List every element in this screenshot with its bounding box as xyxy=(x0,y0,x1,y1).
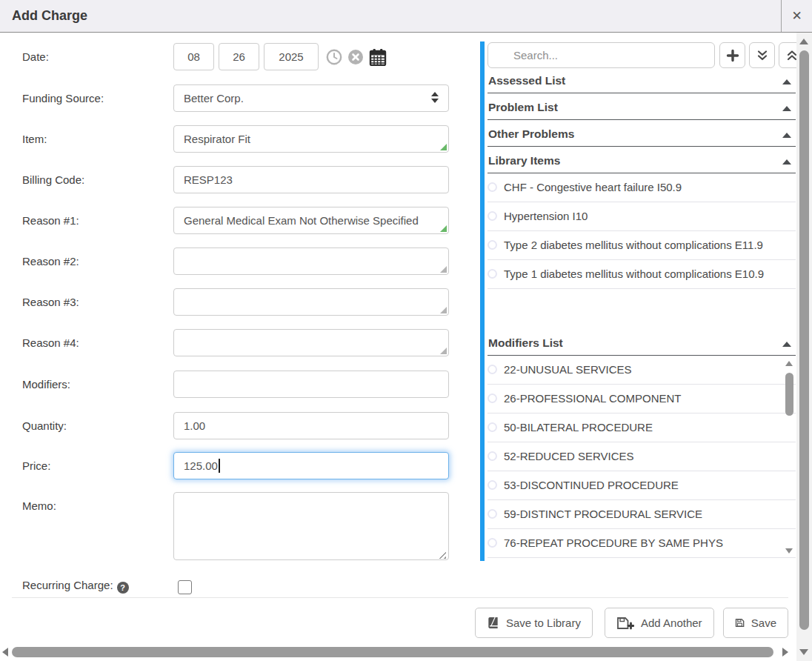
list-item[interactable]: 76-REPEAT PROCEDURE BY SAME PHYS xyxy=(487,529,796,558)
clear-icon[interactable] xyxy=(347,49,364,65)
funding-source-value: Better Corp. xyxy=(184,85,244,111)
collapse-arrow-icon[interactable] xyxy=(782,159,791,165)
quantity-input[interactable] xyxy=(173,412,449,439)
collapse-all-button[interactable] xyxy=(749,42,775,68)
add-item-button[interactable] xyxy=(719,42,745,68)
list-item[interactable]: Hypertension I10 xyxy=(487,202,796,231)
circle-bullet-icon xyxy=(487,422,497,432)
scroll-left-icon[interactable] xyxy=(2,648,8,657)
list-item[interactable]: 52-REDUCED SERVICES xyxy=(487,442,796,471)
reason3-input[interactable] xyxy=(173,288,449,316)
text-caret xyxy=(219,459,220,473)
close-icon: ✕ xyxy=(791,10,802,22)
help-icon[interactable]: ? xyxy=(117,582,129,594)
funding-source-select[interactable]: Better Corp. xyxy=(173,84,449,112)
section-library-items[interactable]: Library Items xyxy=(487,153,796,173)
clock-icon[interactable] xyxy=(326,49,342,65)
price-input[interactable] xyxy=(173,452,449,479)
collapse-arrow-icon[interactable] xyxy=(782,79,791,84)
resize-grip-icon[interactable] xyxy=(440,144,447,150)
modifiers-scrollbar[interactable] xyxy=(784,358,795,557)
date-month-input[interactable] xyxy=(173,43,214,70)
save-button[interactable]: Save xyxy=(723,608,788,638)
date-day-input[interactable] xyxy=(219,43,259,70)
billing-code-input[interactable] xyxy=(173,166,449,193)
list-item[interactable]: CHF - Congestive heart failure I50.9 xyxy=(487,173,796,202)
reason2-label: Reason #2: xyxy=(22,248,79,275)
calendar-icon[interactable] xyxy=(369,48,387,66)
recurring-label: Recurring Charge:? xyxy=(22,574,129,597)
circle-bullet-icon xyxy=(487,480,497,490)
collapse-arrow-icon[interactable] xyxy=(782,133,791,138)
collapse-arrow-icon[interactable] xyxy=(782,106,791,111)
circle-bullet-icon xyxy=(487,451,497,461)
collapse-arrow-icon[interactable] xyxy=(782,342,791,347)
section-other-problems[interactable]: Other Problems xyxy=(487,126,796,147)
item-input[interactable]: Respirator Fit xyxy=(173,125,449,153)
memo-input[interactable] xyxy=(173,492,449,560)
list-item[interactable]: 53-DISCONTINUED PROCEDURE xyxy=(487,471,796,500)
memo-label: Memo: xyxy=(22,492,56,519)
resize-grip-icon[interactable] xyxy=(440,225,447,232)
scroll-right-icon[interactable] xyxy=(782,648,788,657)
book-icon xyxy=(487,617,499,629)
list-item[interactable]: 26-PROFESSIONAL COMPONENT xyxy=(487,385,796,413)
page-title: Add Charge xyxy=(12,0,87,32)
panel-accent-bar xyxy=(480,41,485,561)
reason1-label: Reason #1: xyxy=(22,207,79,234)
scrollbar-thumb[interactable] xyxy=(785,373,793,416)
reason4-input[interactable] xyxy=(173,329,449,356)
save-icon xyxy=(735,617,745,629)
close-button[interactable]: ✕ xyxy=(781,0,812,32)
reason3-label: Reason #3: xyxy=(22,288,79,316)
scroll-down-icon[interactable] xyxy=(785,548,793,554)
vertical-scrollbar[interactable] xyxy=(796,33,812,661)
funding-source-label: Funding Source: xyxy=(22,84,104,112)
add-another-button[interactable]: Add Another xyxy=(605,608,714,638)
resize-grip-icon[interactable] xyxy=(440,307,447,313)
resize-grip-icon[interactable] xyxy=(440,348,447,354)
list-item[interactable]: Type 2 diabetes mellitus without complic… xyxy=(487,231,796,260)
reason4-label: Reason #4: xyxy=(22,329,79,356)
section-problem-list[interactable]: Problem List xyxy=(487,99,796,120)
list-item[interactable]: Type 1 diabetes mellitus without complic… xyxy=(487,260,796,289)
list-item[interactable]: 59-DISTINCT PROCEDURAL SERVICE xyxy=(487,500,796,529)
reason1-input[interactable]: General Medical Exam Not Otherwise Speci… xyxy=(173,207,449,234)
scrollbar-thumb[interactable] xyxy=(12,647,773,657)
circle-bullet-icon xyxy=(487,182,497,192)
footer-divider xyxy=(12,597,788,598)
section-assessed-list[interactable]: Assessed List xyxy=(487,73,796,93)
reason2-input[interactable] xyxy=(173,248,449,275)
date-label: Date: xyxy=(22,43,49,70)
double-chevron-down-icon xyxy=(756,49,769,62)
horizontal-scrollbar[interactable] xyxy=(0,644,796,661)
date-year-input[interactable] xyxy=(264,43,319,70)
section-modifiers-list[interactable]: Modifiers List xyxy=(487,335,796,356)
modifiers-label: Modifiers: xyxy=(22,371,70,398)
scroll-up-icon[interactable] xyxy=(785,361,793,366)
library-items-list: CHF - Congestive heart failure I50.9 Hyp… xyxy=(487,173,796,289)
plus-icon xyxy=(726,49,739,62)
search-input[interactable] xyxy=(487,42,715,68)
item-label: Item: xyxy=(22,125,47,153)
save-plus-icon xyxy=(616,617,634,630)
scrollbar-thumb[interactable] xyxy=(799,50,809,630)
circle-bullet-icon xyxy=(487,393,497,403)
resize-grip-icon[interactable] xyxy=(440,266,447,273)
select-updown-icon xyxy=(431,92,439,103)
list-item[interactable]: 22-UNUSUAL SERVICES xyxy=(487,356,796,385)
billing-code-label: Billing Code: xyxy=(22,166,84,193)
modifiers-input[interactable] xyxy=(173,371,449,398)
circle-bullet-icon xyxy=(487,509,497,519)
scroll-down-icon[interactable] xyxy=(799,649,808,655)
modifiers-items-list: 22-UNUSUAL SERVICES 26-PROFESSIONAL COMP… xyxy=(487,356,796,558)
circle-bullet-icon xyxy=(487,538,497,548)
scroll-up-icon[interactable] xyxy=(799,39,808,44)
circle-bullet-icon xyxy=(487,365,497,374)
circle-bullet-icon xyxy=(487,240,497,250)
dialog-header: Add Charge ✕ xyxy=(0,0,812,33)
list-item[interactable]: 50-BILATERAL PROCEDURE xyxy=(487,413,796,442)
save-to-library-button[interactable]: Save to Library xyxy=(475,608,593,638)
price-label: Price: xyxy=(22,452,50,479)
recurring-checkbox[interactable] xyxy=(178,580,192,594)
